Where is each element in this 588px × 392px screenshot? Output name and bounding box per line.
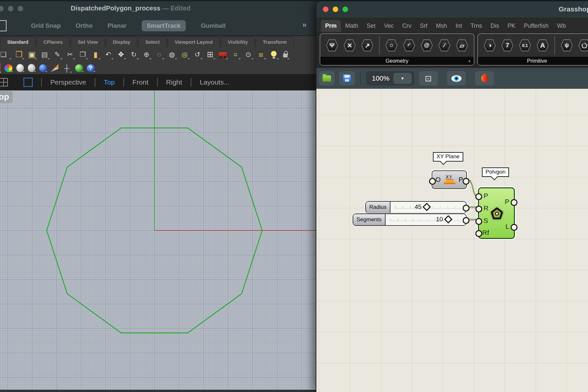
line-icon[interactable] xyxy=(437,39,452,52)
circle-icon[interactable] xyxy=(384,39,399,52)
undo-icon[interactable] xyxy=(104,50,113,59)
close-icon[interactable] xyxy=(0,6,4,11)
arc-icon[interactable] xyxy=(402,39,416,52)
grasshopper-canvas[interactable]: XY Plane O XY P Polygon P R xyxy=(316,89,588,392)
viewport-grid-icon[interactable] xyxy=(0,78,8,86)
cone-icon[interactable] xyxy=(51,64,58,72)
open-file-button[interactable] xyxy=(319,71,335,86)
toolbar-tab[interactable]: Standard xyxy=(0,37,36,47)
radius-slider-label[interactable]: Radius xyxy=(366,202,390,213)
copy-icon[interactable] xyxy=(78,50,87,59)
polygon-nub-p-out[interactable] xyxy=(511,199,517,206)
primitive-panel-label[interactable]: Primitive ▾ xyxy=(478,57,588,65)
category-tab[interactable]: PK xyxy=(503,20,520,32)
toolbar-tab[interactable]: Display xyxy=(106,37,137,47)
path-icon[interactable] xyxy=(560,39,574,52)
category-tab[interactable]: Vec xyxy=(380,20,398,32)
category-tab[interactable]: Prm xyxy=(321,20,341,32)
snap-toggle[interactable]: Gumball xyxy=(201,22,226,29)
minimize-icon[interactable] xyxy=(8,6,13,11)
category-tab[interactable]: Pufferfish xyxy=(520,20,553,32)
zoom-level-dropdown[interactable]: 100% ▾ xyxy=(366,71,414,86)
preview-button[interactable] xyxy=(447,71,466,86)
zoom-extents-button[interactable]: ⊡ xyxy=(419,71,438,86)
new-file-icon[interactable] xyxy=(2,50,11,59)
polygon-component[interactable]: P R S Rf P L xyxy=(478,187,515,239)
rotate-view-icon[interactable] xyxy=(129,50,138,59)
clipped-toolbar-icon[interactable] xyxy=(0,20,7,31)
xy-plane-output-nub[interactable] xyxy=(463,178,469,185)
spiral-icon[interactable] xyxy=(420,39,434,52)
toolbar-tab[interactable]: Visibility xyxy=(221,37,255,47)
params-icon[interactable] xyxy=(325,39,339,52)
toolbar-tab[interactable]: Select xyxy=(138,37,167,47)
print-icon[interactable] xyxy=(40,50,49,59)
sphere-grid-icon[interactable] xyxy=(28,64,35,72)
render-settings-button[interactable] xyxy=(475,71,494,86)
polygon-nub-r-in[interactable] xyxy=(475,206,482,212)
pan-icon[interactable] xyxy=(117,50,125,59)
snap-toggle[interactable]: Ortho xyxy=(76,22,93,29)
text-icon[interactable] xyxy=(535,39,550,52)
snap-toggle[interactable]: SmartTrack xyxy=(142,20,186,31)
close-icon[interactable] xyxy=(323,7,328,12)
snap-toggle[interactable]: Planar xyxy=(108,22,127,29)
grasshopper-titlebar[interactable]: Grasshop xyxy=(316,1,588,18)
zoom-selected-icon[interactable] xyxy=(167,50,176,59)
slider-knob[interactable] xyxy=(444,215,452,223)
sphere-icon[interactable] xyxy=(16,64,24,72)
annotate-icon[interactable] xyxy=(53,50,62,59)
viewport-tab-layouts[interactable]: Layouts... xyxy=(200,78,230,86)
colour-icon[interactable] xyxy=(483,39,497,52)
globe-icon[interactable] xyxy=(75,64,83,72)
zoom-extents-icon[interactable] xyxy=(180,50,189,59)
radius-slider[interactable]: Radius 45 xyxy=(365,201,467,213)
xy-plane-input-nub[interactable] xyxy=(429,178,436,185)
color-wheel-icon[interactable] xyxy=(5,64,12,72)
category-tab[interactable]: Dis xyxy=(486,20,503,32)
category-tab[interactable]: Int xyxy=(451,20,466,32)
minimize-icon[interactable] xyxy=(333,7,338,12)
panel-expand-icon[interactable]: + xyxy=(468,58,471,64)
vector-icon[interactable] xyxy=(360,39,374,52)
integer-icon[interactable] xyxy=(500,39,515,52)
polygon-nub-rf-in[interactable] xyxy=(475,230,482,237)
polygon-nub-p-in[interactable] xyxy=(475,193,482,200)
dimension-icon[interactable] xyxy=(62,63,71,73)
viewport-tab-right[interactable]: Right xyxy=(166,78,182,86)
zoom-in-icon[interactable] xyxy=(142,50,151,59)
category-tab[interactable]: Set xyxy=(362,20,380,32)
viewport-tab-perspective[interactable]: Perspective xyxy=(50,78,86,86)
maximize-icon[interactable] xyxy=(18,6,23,11)
toolbar-overflow-chevron[interactable]: » xyxy=(302,20,307,29)
toolbar-tab[interactable]: Transform xyxy=(256,37,294,47)
rhino-viewport-canvas[interactable]: op xyxy=(0,90,317,390)
category-tab[interactable]: Crv xyxy=(398,20,416,32)
swatch-red-icon[interactable] xyxy=(0,63,1,73)
circle-center-icon[interactable] xyxy=(244,50,253,59)
rhino-titlebar[interactable]: DispatchedPolygon_process — Edited xyxy=(0,1,317,16)
save-file-button[interactable] xyxy=(339,71,355,86)
bulb-icon[interactable] xyxy=(269,50,278,59)
maximize-icon[interactable] xyxy=(342,7,348,12)
lock-icon[interactable] xyxy=(282,50,289,59)
viewport-tab-top[interactable]: Top xyxy=(104,78,115,86)
rhino-traffic-lights[interactable] xyxy=(0,6,23,11)
viewport-layout-icon[interactable] xyxy=(206,50,215,59)
cplane-icon[interactable] xyxy=(231,50,240,59)
paste-icon[interactable] xyxy=(91,50,100,59)
geometry-panel-label[interactable]: Geometry + xyxy=(320,57,474,65)
radius-slider-output-nub[interactable] xyxy=(463,205,469,212)
category-tab[interactable]: Wb xyxy=(553,20,570,32)
polygon-nub-l-out[interactable] xyxy=(511,224,517,231)
grasshopper-traffic-lights[interactable] xyxy=(323,7,348,12)
category-tab[interactable]: Math xyxy=(341,20,362,32)
single-viewport-icon[interactable] xyxy=(24,78,33,87)
help-icon[interactable] xyxy=(87,64,95,72)
cut-icon[interactable] xyxy=(66,50,74,59)
save-icon[interactable] xyxy=(27,50,36,59)
segments-slider-track[interactable]: 10 xyxy=(386,214,466,225)
point-icon[interactable] xyxy=(342,39,357,52)
segments-slider-output-nub[interactable] xyxy=(463,217,469,224)
category-tab[interactable]: Msh xyxy=(432,20,451,32)
